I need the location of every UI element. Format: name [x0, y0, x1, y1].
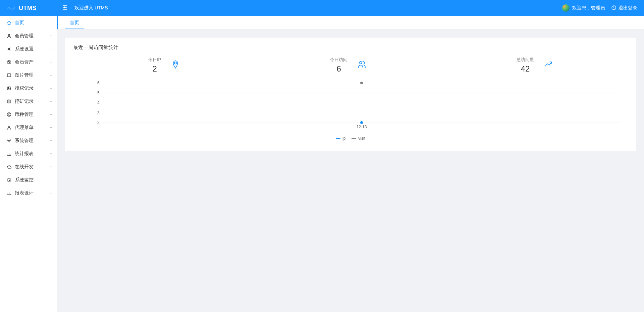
- chevron-down-icon: [49, 47, 53, 51]
- list-box-icon: [7, 99, 11, 104]
- user-menu[interactable]: 欢迎您，管理员: [562, 4, 605, 12]
- gear-icon: [7, 47, 11, 51]
- chevron-down-icon: [49, 100, 53, 103]
- logout-label: 退出登录: [619, 5, 637, 11]
- tab-0[interactable]: 首页: [62, 16, 87, 29]
- sidebar-item-6[interactable]: 挖矿记录: [0, 95, 57, 108]
- sidebar-item-label: 会员资产: [15, 59, 49, 65]
- stat-value: 42: [517, 64, 534, 74]
- collapse-icon: [62, 4, 68, 12]
- chevron-down-icon: [49, 152, 53, 155]
- bar-chart-icon: [7, 151, 11, 156]
- chart-point-ip: [360, 121, 363, 124]
- sidebar-item-10[interactable]: 统计报表: [0, 147, 57, 160]
- stat-label: 今日IP: [148, 57, 161, 63]
- sidebar: 首页会员管理系统设置会员资产图片管理授权记录挖矿记录币种管理代理菜单系统管理统计…: [0, 16, 57, 312]
- image-doc-icon: [7, 86, 11, 91]
- legend-swatch-ip: [336, 138, 340, 139]
- content-area: 最近一周访问量统计 今日IP2今日访问6总访问量42 2345612-13 ip…: [57, 30, 644, 312]
- stats-row: 今日IP2今日访问6总访问量42: [73, 57, 628, 74]
- gear-icon: [7, 138, 11, 143]
- avatar-icon: [562, 4, 570, 12]
- chart-point-visit: [360, 82, 363, 84]
- sidebar-item-label: 系统监控: [15, 177, 49, 183]
- sidebar-item-7[interactable]: 币种管理: [0, 108, 57, 121]
- logo-icon: [6, 6, 15, 10]
- chart-gridline: [103, 113, 620, 113]
- chevron-down-icon: [49, 87, 53, 90]
- sidebar-item-11[interactable]: 在线开发: [0, 160, 57, 173]
- visits-chart: 2345612-13 ip visit: [73, 80, 628, 141]
- sidebar-item-2[interactable]: 系统设置: [0, 42, 57, 55]
- sidebar-item-9[interactable]: 系统管理: [0, 134, 57, 147]
- chart-ytick: 3: [97, 110, 100, 115]
- sidebar-item-13[interactable]: 报表设计: [0, 186, 57, 199]
- main-area: 首页 最近一周访问量统计 今日IP2今日访问6总访问量42 2345612-13…: [57, 16, 644, 312]
- app-header: UTMS 欢迎进入 UTMS 欢迎您，管理员 退出登录: [0, 0, 644, 16]
- sidebar-item-8[interactable]: 代理菜单: [0, 121, 57, 134]
- user-icon: [7, 34, 11, 38]
- header-title: 欢迎进入 UTMS: [73, 5, 108, 11]
- cloud-icon: [7, 165, 11, 169]
- logo-area: UTMS: [0, 5, 57, 12]
- stat-1: 今日访问6: [330, 57, 366, 74]
- chart-ytick: 6: [97, 81, 100, 85]
- sidebar-item-3[interactable]: 会员资产: [0, 55, 57, 69]
- home-icon: [7, 20, 11, 25]
- logout-icon: [611, 5, 616, 11]
- chevron-down-icon: [49, 74, 53, 77]
- chart-gridline: [103, 93, 620, 93]
- image-box-icon: [7, 73, 11, 78]
- sidebar-item-5[interactable]: 授权记录: [0, 82, 57, 95]
- sidebar-item-label: 授权记录: [15, 85, 49, 91]
- app-name: UTMS: [19, 5, 37, 12]
- chart-grid: 2345612-13: [103, 82, 620, 121]
- sidebar-item-label: 报表设计: [15, 190, 49, 196]
- sidebar-item-12[interactable]: 系统监控: [0, 173, 57, 186]
- header-right: 欢迎您，管理员 退出登录: [562, 4, 644, 12]
- legend-label-ip: ip: [342, 136, 345, 141]
- chevron-down-icon: [49, 60, 53, 64]
- sidebar-item-0[interactable]: 首页: [0, 16, 57, 29]
- welcome-text: 欢迎您，管理员: [572, 5, 605, 11]
- sidebar-item-label: 会员管理: [15, 33, 49, 39]
- chevron-down-icon: [49, 126, 53, 129]
- stat-value: 2: [148, 64, 161, 74]
- sidebar-item-1[interactable]: 会员管理: [0, 29, 57, 42]
- chart-ytick: 5: [97, 91, 100, 95]
- sidebar-item-label: 代理菜单: [15, 125, 49, 131]
- stat-label: 今日访问: [330, 57, 347, 63]
- clock-icon: [7, 178, 11, 182]
- tab-bar: 首页: [57, 16, 644, 30]
- legend-label-visit: visit: [358, 136, 365, 141]
- stat-label: 总访问量: [517, 57, 534, 63]
- pin-icon: [171, 60, 180, 70]
- legend-swatch-visit: [352, 138, 356, 139]
- user-icon: [7, 125, 11, 130]
- sidebar-item-label: 币种管理: [15, 112, 49, 118]
- chevron-down-icon: [49, 113, 53, 116]
- legend-item-ip[interactable]: ip: [336, 136, 345, 141]
- chart-gridline: [103, 103, 620, 103]
- sidebar-item-4[interactable]: 图片管理: [0, 69, 57, 82]
- sidebar-collapse-button[interactable]: [57, 4, 73, 12]
- chart-ytick: 4: [97, 100, 100, 105]
- sidebar-item-label: 在线开发: [15, 164, 49, 170]
- trend-icon: [544, 60, 553, 70]
- chevron-down-icon: [49, 178, 53, 182]
- stat-0: 今日IP2: [148, 57, 180, 74]
- sidebar-item-label: 统计报表: [15, 151, 49, 157]
- legend-item-visit[interactable]: visit: [352, 136, 365, 141]
- sidebar-item-label: 首页: [15, 20, 53, 26]
- card-title: 最近一周访问量统计: [73, 44, 628, 51]
- chevron-down-icon: [49, 139, 53, 142]
- chevron-down-icon: [49, 191, 53, 195]
- logout-button[interactable]: 退出登录: [611, 5, 637, 11]
- team-icon: [358, 60, 366, 70]
- dollar-icon: [7, 60, 11, 64]
- sidebar-item-label: 系统管理: [15, 138, 49, 144]
- chart-ytick: 2: [97, 120, 100, 125]
- sidebar-item-label: 系统设置: [15, 46, 49, 52]
- chart-legend: ip visit: [73, 136, 628, 141]
- stat-value: 6: [330, 64, 347, 74]
